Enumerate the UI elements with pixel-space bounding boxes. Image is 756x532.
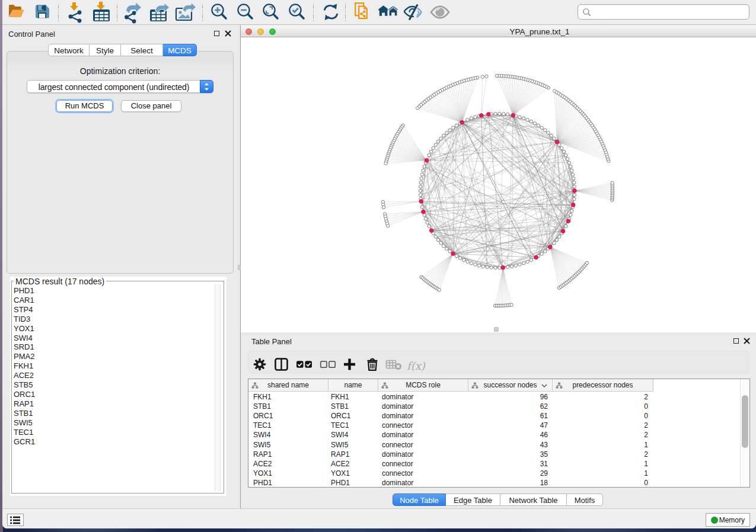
network-node[interactable]	[564, 153, 567, 156]
network-node[interactable]	[477, 264, 480, 267]
mcds-result-item[interactable]: STB5	[14, 380, 35, 390]
table-scrollbar[interactable]	[740, 379, 749, 487]
network-node[interactable]	[573, 197, 576, 200]
table-row[interactable]: SWI5SWI5connector431	[248, 440, 749, 450]
satellite-node[interactable]	[481, 75, 484, 78]
network-node[interactable]	[567, 161, 570, 164]
search-input[interactable]	[578, 4, 749, 20]
zoom-in-icon[interactable]	[210, 0, 228, 25]
task-history-button[interactable]	[7, 514, 24, 526]
network-node[interactable]	[506, 113, 509, 116]
float-panel-icon[interactable]	[214, 31, 219, 36]
network-node[interactable]	[570, 210, 573, 213]
network-node[interactable]	[452, 126, 455, 129]
satellite-node[interactable]	[438, 289, 441, 291]
network-node[interactable]	[553, 137, 556, 140]
network-node[interactable]	[510, 265, 513, 268]
mcds-result-item[interactable]: GCR1	[14, 437, 35, 447]
network-node[interactable]	[419, 181, 422, 184]
network-node[interactable]	[526, 260, 529, 263]
import-network-icon[interactable]	[66, 0, 85, 25]
maximize-window-icon[interactable]	[269, 28, 276, 35]
tab-network-table[interactable]: Network Table	[500, 493, 567, 506]
mcds-hub-node[interactable]	[451, 252, 455, 256]
table-row[interactable]: FKH1FKH1dominator962	[248, 392, 749, 402]
mcds-hub-node[interactable]	[422, 210, 426, 214]
zoom-fit-icon[interactable]	[261, 0, 280, 25]
save-session-icon[interactable]	[34, 0, 51, 25]
mcds-result-item[interactable]: ORC1	[14, 390, 35, 399]
network-node[interactable]	[466, 118, 469, 121]
mcds-result-item[interactable]: RAP1	[14, 399, 35, 409]
satellite-node[interactable]	[485, 75, 488, 78]
new-network-from-selection-icon[interactable]	[353, 0, 372, 25]
mcds-hub-node[interactable]	[501, 265, 505, 270]
satellite-node[interactable]	[495, 74, 498, 77]
column-header-MCDS-role[interactable]: MCDS role	[378, 379, 468, 392]
table-row[interactable]: PHD1PHD1dominator180	[248, 478, 749, 488]
network-node[interactable]	[526, 118, 529, 121]
close-panel-icon[interactable]	[744, 338, 750, 345]
network-node[interactable]	[537, 124, 540, 127]
satellite-node[interactable]	[611, 181, 614, 184]
select-all-icon[interactable]	[296, 358, 312, 371]
network-node[interactable]	[434, 143, 437, 146]
network-node[interactable]	[432, 146, 435, 149]
network-node[interactable]	[571, 173, 574, 176]
mcds-hub-node[interactable]	[487, 113, 491, 117]
tab-edge-table[interactable]: Edge Table	[446, 493, 500, 506]
network-node[interactable]	[429, 150, 432, 153]
network-node[interactable]	[436, 238, 439, 241]
mcds-result-item[interactable]: FKH1	[14, 361, 35, 371]
network-node[interactable]	[498, 266, 501, 269]
run-mcds-button[interactable]: Run MCDS	[56, 100, 113, 112]
network-node[interactable]	[533, 122, 536, 125]
satellite-node[interactable]	[510, 303, 513, 306]
mcds-hub-node[interactable]	[573, 189, 577, 193]
table-row[interactable]: YOX1YOX1connector291	[248, 469, 749, 478]
column-header-successor-nodes[interactable]: successor nodes	[468, 379, 553, 392]
network-node[interactable]	[558, 235, 561, 238]
mcds-hub-node[interactable]	[419, 200, 423, 204]
mcds-result-item[interactable]: PHD1	[14, 286, 35, 296]
mcds-result-item[interactable]: SRD1	[14, 342, 35, 352]
network-node[interactable]	[490, 266, 493, 269]
network-node[interactable]	[470, 262, 473, 265]
network-node[interactable]	[448, 129, 451, 132]
mcds-hub-node[interactable]	[555, 140, 559, 144]
network-node[interactable]	[569, 165, 572, 168]
network-node[interactable]	[529, 258, 532, 261]
network-node[interactable]	[466, 260, 469, 263]
mcds-hub-node[interactable]	[571, 203, 575, 207]
network-node[interactable]	[544, 129, 547, 132]
network-node[interactable]	[498, 112, 501, 115]
network-node[interactable]	[419, 185, 422, 188]
network-node[interactable]	[570, 169, 573, 172]
network-node[interactable]	[514, 264, 517, 267]
network-node[interactable]	[547, 131, 550, 134]
network-node[interactable]	[474, 263, 477, 266]
network-node[interactable]	[448, 250, 451, 253]
network-node[interactable]	[518, 116, 521, 118]
mcds-hub-node[interactable]	[429, 229, 433, 233]
mcds-hub-node[interactable]	[566, 219, 570, 223]
mcds-hub-node[interactable]	[511, 113, 515, 117]
network-node[interactable]	[564, 225, 567, 227]
delete-icon[interactable]	[366, 358, 379, 371]
tab-network[interactable]: Network	[48, 44, 90, 56]
satellite-node[interactable]	[585, 261, 588, 264]
mcds-hub-node[interactable]	[561, 229, 565, 233]
network-node[interactable]	[428, 153, 430, 156]
mcds-hub-node[interactable]	[460, 120, 464, 124]
zoom-out-icon[interactable]	[236, 0, 254, 25]
network-node[interactable]	[566, 158, 569, 161]
tab-mcds[interactable]: MCDS	[163, 44, 197, 56]
first-neighbors-icon[interactable]	[378, 0, 399, 25]
deselect-all-icon[interactable]	[320, 358, 336, 371]
table-row[interactable]: SWI4SWI4dominator462	[248, 430, 749, 440]
satellite-node[interactable]	[382, 206, 385, 209]
network-node[interactable]	[442, 134, 445, 137]
mcds-result-item[interactable]: YOX1	[14, 324, 35, 334]
network-node[interactable]	[573, 193, 576, 196]
mcds-result-item[interactable]: STB1	[14, 409, 35, 418]
